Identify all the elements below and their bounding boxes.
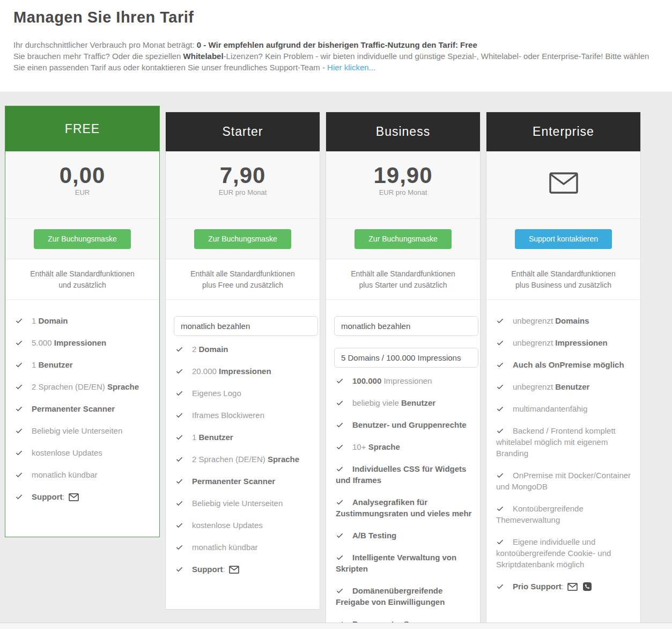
intro-line-2: Sie brauchen mehr Traffic? Oder die spez… <box>13 50 659 73</box>
plan-price: 7,90 <box>166 163 320 188</box>
footer-strip <box>0 623 672 629</box>
plan-header: FREE <box>5 106 159 151</box>
cta-button[interactable]: Zur Buchungsmaske <box>194 229 291 249</box>
plan-button-box: Support kontaktieren <box>486 218 640 259</box>
cta-button[interactable]: Support kontaktieren <box>515 229 612 249</box>
feature-item: Analysegrafiken für Zustimmungsraten und… <box>331 496 474 519</box>
feature-item: unbegrenzt Impressionen <box>492 337 634 348</box>
envelope-icon <box>229 566 239 574</box>
check-icon <box>336 553 344 561</box>
plan-features: monatlich bezahlen5 Domains / 100.000 Im… <box>326 300 480 629</box>
plan-name: Starter <box>222 125 263 139</box>
includes-line2: und zusätzlich <box>10 280 155 291</box>
feature-item: 1 Domain <box>11 315 153 326</box>
feature-item: monatlich kündbar <box>11 469 153 480</box>
check-icon <box>496 582 504 590</box>
check-icon <box>15 317 23 325</box>
check-icon <box>496 471 504 479</box>
check-icon <box>336 421 344 429</box>
plan-includes: Enthält alle Standardfunktionen und zusä… <box>5 259 159 300</box>
includes-line1: Enthält alle Standardfunktionen <box>330 268 476 280</box>
plan-includes: Enthält alle Standardfunktionen plus Bus… <box>486 259 640 300</box>
tariff-page: Managen Sie Ihren Tarif Ihr durchschnitt… <box>0 0 672 629</box>
check-icon <box>496 339 504 347</box>
intro-section: Managen Sie Ihren Tarif Ihr durchschnitt… <box>0 0 672 92</box>
cta-button[interactable]: Zur Buchungsmaske <box>355 229 451 249</box>
feature-item: 1 Benutzer <box>11 359 153 370</box>
phone-icon <box>583 582 592 591</box>
pricing-card-free: FREE 0,00 EUR Zur Buchungsmaske Enthält … <box>5 106 160 537</box>
cta-button[interactable]: Zur Buchungsmaske <box>34 229 130 249</box>
hier-klicken-link[interactable]: Hier klicken... <box>327 63 375 72</box>
plan-selects: monatlich bezahlen5 Domains / 100.000 Im… <box>326 308 480 368</box>
check-icon <box>336 399 344 407</box>
plan-button-box: Zur Buchungsmaske <box>5 218 159 259</box>
plan-name: Business <box>376 125 430 139</box>
feature-item: 2 Domain <box>171 343 313 355</box>
pricing-card-business: Business 19,90 EUR pro Monat Zur Buchung… <box>326 112 481 629</box>
check-icon <box>336 531 344 539</box>
feature-item: Intelligente Verwaltung von Skripten <box>331 552 474 574</box>
pricing-row: FREE 0,00 EUR Zur Buchungsmaske Enthält … <box>0 106 672 629</box>
feature-item: Domänenübergreifende Freigabe von Einwil… <box>331 585 474 608</box>
check-icon <box>15 427 23 435</box>
plan-price-unit: EUR <box>5 188 159 196</box>
includes-line1: Enthält alle Standardfunktionen <box>10 268 155 280</box>
plan-button-box: Zur Buchungsmaske <box>326 218 480 259</box>
envelope-icon <box>549 172 578 194</box>
includes-line2: plus Starter und zusätzlich <box>330 280 476 291</box>
check-icon <box>336 443 344 451</box>
check-icon <box>496 361 504 369</box>
plan-selects: monatlich bezahlen <box>166 308 320 336</box>
plan-price: 0,00 <box>5 163 159 188</box>
plan-header: Starter <box>166 112 320 151</box>
plan-price-unit: EUR pro Monat <box>166 188 320 196</box>
recommendation-text: 0 - Wir empfehlen aufgrund der bisherige… <box>197 40 477 49</box>
plan-name: FREE <box>65 122 100 136</box>
feature-item: beliebig viele Benutzer <box>331 397 474 408</box>
feature-item: Kontoübergreifende Themeverwaltung <box>492 503 634 525</box>
feature-item: Individuelles CSS für Widgets und Iframe… <box>331 463 474 486</box>
check-icon <box>496 427 504 435</box>
feature-item: monatlich kündbar <box>171 542 313 553</box>
plan-price: 19,90 <box>326 163 480 188</box>
check-icon <box>496 538 504 546</box>
check-icon <box>15 449 23 457</box>
check-icon <box>175 411 183 419</box>
check-icon <box>175 433 183 441</box>
check-icon <box>496 405 504 413</box>
plan-name: Enterprise <box>533 125 594 139</box>
whitelabel-text: Whitelabel <box>183 52 224 61</box>
intro-line-1: Ihr durchschnittlicher Verbrauch pro Mon… <box>13 39 659 50</box>
plan-features: unbegrenzt Domainsunbegrenzt Impressione… <box>486 300 640 626</box>
traffic-question-text: Sie brauchen mehr Traffic? Oder die spez… <box>13 52 183 61</box>
check-icon <box>175 477 183 485</box>
includes-line2: plus Business und zusätzlich <box>491 280 636 291</box>
plan-button-box: Zur Buchungsmaske <box>166 218 320 259</box>
plan-option-select[interactable]: monatlich bezahlen <box>174 316 318 336</box>
plan-features: 1 Domain5.000 Impressionen1 Benutzer2 Sp… <box>5 300 159 537</box>
check-icon <box>175 367 183 375</box>
page-title: Managen Sie Ihren Tarif <box>13 9 659 26</box>
plan-price-box: 0,00 EUR <box>5 151 159 218</box>
includes-line1: Enthält alle Standardfunktionen <box>491 268 636 280</box>
feature-item: Eigenes Logo <box>171 387 313 399</box>
feature-item: Beliebig viele Unterseiten <box>11 425 153 436</box>
feature-item: OnPremise mit Docker/Container und Mongo… <box>492 470 634 492</box>
check-icon <box>336 498 344 506</box>
plan-option-select[interactable]: monatlich bezahlen <box>334 316 478 336</box>
feature-list: 2 Domain20.000 ImpressionenEigenes LogoI… <box>166 343 320 575</box>
check-icon <box>496 504 504 513</box>
check-icon <box>175 389 183 397</box>
feature-item: kostenlose Updates <box>11 447 153 458</box>
feature-item: multimandantenfähig <box>492 403 634 414</box>
pricing-card-enterprise: Enterprise Support kontaktieren Enthält … <box>486 112 641 627</box>
feature-item: Iframes Blockiweren <box>171 409 313 421</box>
feature-item: 1 Benutzer <box>171 431 313 443</box>
check-icon <box>15 405 23 413</box>
feature-item: Benutzer- und Gruppenrechte <box>331 419 474 430</box>
plan-includes: Enthält alle Standardfunktionen plus Fre… <box>166 259 320 300</box>
plan-option-select[interactable]: 5 Domains / 100.000 Impressions <box>334 348 478 368</box>
check-icon <box>175 521 183 529</box>
check-icon <box>175 565 183 573</box>
